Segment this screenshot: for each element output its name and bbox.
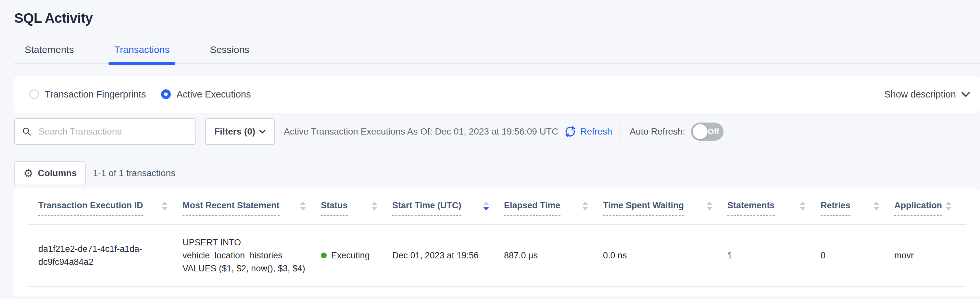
column-header-most-recent-statement[interactable]: Most Recent Statement [183, 200, 321, 216]
sort-arrows-icon[interactable] [161, 201, 168, 213]
tab-sessions[interactable]: Sessions [204, 44, 255, 63]
filters-button[interactable]: Filters (0) [205, 118, 275, 145]
radio-label: Transaction Fingerprints [45, 89, 146, 100]
radio-active-executions[interactable]: Active Executions [161, 89, 251, 100]
radio-icon [161, 90, 171, 99]
page-title: SQL Activity [14, 10, 980, 27]
cell-status: Executing [321, 249, 392, 262]
show-description-label: Show description [884, 89, 956, 100]
status-label: Executing [331, 249, 370, 262]
refresh-icon [564, 125, 576, 138]
chevron-down-icon [961, 92, 970, 97]
tab-bar: Statements Transactions Sessions [14, 44, 980, 64]
column-header-elapsed-time[interactable]: Elapsed Time [504, 200, 603, 216]
sort-arrows-icon[interactable] [299, 201, 307, 213]
sort-arrows-icon[interactable] [873, 201, 880, 213]
tab-statements[interactable]: Statements [19, 44, 80, 63]
table-controls: ⚙ Columns 1-1 of 1 transactions [14, 161, 980, 185]
column-header-transaction-execution-id[interactable]: Transaction Execution ID [38, 200, 183, 216]
cell-transaction-execution-id[interactable]: da1f21e2-de71-4c1f-a1da-dc9fc94a84a2 [38, 243, 162, 269]
column-header-start-time[interactable]: Start Time (UTC) [392, 200, 504, 216]
toggle-state-label: Off [708, 127, 719, 136]
search-box[interactable] [14, 118, 196, 145]
auto-refresh-label: Auto Refresh: [630, 126, 685, 137]
radio-icon [29, 90, 39, 99]
cell-time-spent-waiting: 0.0 ns [603, 249, 727, 262]
tab-transactions[interactable]: Transactions [108, 44, 176, 63]
sql-activity-page: SQL Activity Statements Transactions Ses… [0, 0, 980, 299]
sort-arrows-icon[interactable] [945, 201, 952, 213]
sort-arrows-icon[interactable] [371, 201, 378, 213]
cell-statements: 1 [727, 249, 821, 262]
sort-arrows-icon[interactable] [706, 201, 713, 213]
result-count: 1-1 of 1 transactions [93, 168, 175, 178]
radio-label: Active Executions [177, 89, 251, 100]
table-row[interactable]: da1f21e2-de71-4c1f-a1da-dc9fc94a84a2 UPS… [28, 225, 966, 287]
search-input[interactable] [38, 126, 192, 137]
view-mode-card: Transaction Fingerprints Active Executio… [14, 76, 980, 113]
table-header-row: Transaction Execution ID Most Recent Sta… [28, 189, 966, 225]
transactions-table: Transaction Execution ID Most Recent Sta… [28, 189, 966, 287]
sort-arrows-icon[interactable] [799, 201, 806, 213]
refresh-button[interactable]: Refresh [564, 125, 612, 138]
cell-elapsed-time: 887.0 µs [504, 249, 603, 262]
transactions-table-card: Transaction Execution ID Most Recent Sta… [14, 189, 980, 296]
toggle-knob [693, 124, 708, 139]
cell-most-recent-statement: UPSERT INTO vehicle_location_histories V… [183, 236, 321, 275]
sort-arrows-icon[interactable] [582, 201, 589, 213]
sort-arrows-icon[interactable] [482, 201, 490, 213]
cell-application: movr [894, 249, 966, 262]
auto-refresh-toggle[interactable]: Off [691, 123, 724, 141]
divider [620, 121, 621, 142]
columns-button[interactable]: ⚙ Columns [14, 161, 86, 185]
cell-start-time: Dec 01, 2023 at 19:56 [392, 249, 504, 262]
gear-icon: ⚙ [23, 168, 33, 179]
radio-transaction-fingerprints[interactable]: Transaction Fingerprints [29, 89, 146, 100]
toolbar: Filters (0) Active Transaction Execution… [14, 118, 980, 145]
refresh-label: Refresh [580, 126, 612, 137]
cell-retries: 0 [821, 249, 894, 262]
column-header-retries[interactable]: Retries [821, 200, 894, 216]
filters-label: Filters (0) [214, 126, 255, 137]
column-header-status[interactable]: Status [321, 200, 392, 216]
column-header-time-spent-waiting[interactable]: Time Spent Waiting [603, 200, 727, 216]
search-icon [22, 126, 32, 137]
chevron-down-icon [259, 130, 266, 134]
status-executing-icon [321, 253, 327, 258]
columns-label: Columns [38, 168, 76, 178]
as-of-text: Active Transaction Executions As Of: Dec… [284, 126, 558, 137]
show-description-toggle[interactable]: Show description [884, 89, 970, 100]
column-header-application[interactable]: Application [894, 200, 966, 216]
column-header-statements[interactable]: Statements [727, 200, 821, 216]
